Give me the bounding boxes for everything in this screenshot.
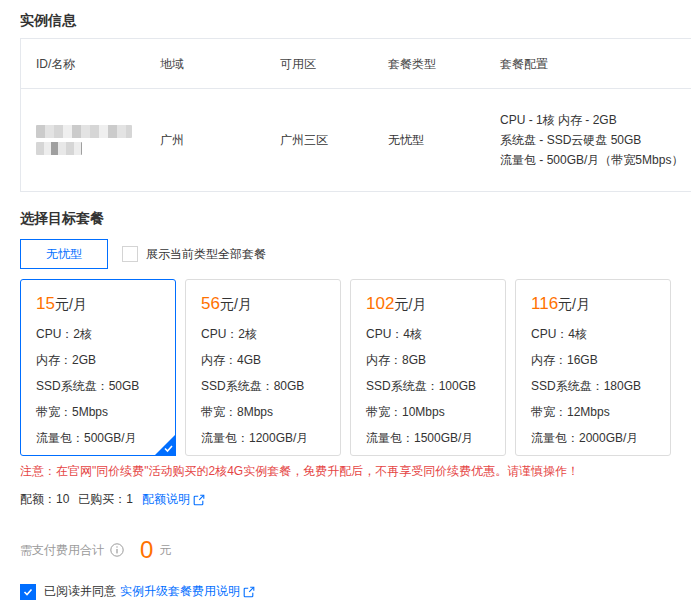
plan-price-unit: 元/月	[220, 296, 252, 312]
region-cell: 广州	[145, 130, 265, 150]
total-amount: 0	[140, 538, 153, 562]
package-config-cell: CPU - 1核 内存 - 2GB 系统盘 - SSD云硬盘 50GB 流量包 …	[485, 110, 691, 170]
plan-card-15[interactable]: 15元/月 CPU：2核 内存：2GB SSD系统盘：50GB 带宽：5Mbps…	[20, 279, 176, 456]
plan-spec-bandwidth: 带宽：10Mbps	[366, 399, 505, 425]
zone-cell: 广州三区	[265, 130, 373, 150]
plan-spec-memory: 内存：2GB	[36, 347, 175, 373]
package-filter-row: 无忧型 展示当前类型全部套餐	[20, 239, 691, 269]
config-line: CPU - 1核 内存 - 2GB	[500, 110, 691, 130]
col-header-zone: 可用区	[265, 54, 373, 74]
show-all-checkbox[interactable]	[122, 246, 138, 262]
plan-price-number: 102	[366, 294, 394, 313]
instance-upgrade-panel: 实例信息 ID/名称 地域 可用区 套餐类型 套餐配置 广州 广州三区 无忧型 …	[0, 12, 691, 600]
col-header-region: 地域	[145, 54, 265, 74]
table-row: 广州 广州三区 无忧型 CPU - 1核 内存 - 2GB 系统盘 - SSD云…	[21, 89, 691, 191]
agreement-checkbox[interactable]	[20, 584, 36, 600]
plan-spec-disk: SSD系统盘：100GB	[366, 373, 505, 399]
plan-cards: 15元/月 CPU：2核 内存：2GB SSD系统盘：50GB 带宽：5Mbps…	[20, 279, 691, 456]
redacted-instance-id	[36, 125, 132, 138]
instance-table: ID/名称 地域 可用区 套餐类型 套餐配置 广州 广州三区 无忧型 CPU -…	[20, 38, 691, 192]
plan-price: 102元/月	[366, 294, 505, 314]
instance-info-title: 实例信息	[20, 12, 691, 30]
plan-price: 56元/月	[201, 294, 340, 314]
plan-price: 15元/月	[36, 294, 175, 314]
col-header-package-type: 套餐类型	[373, 54, 485, 74]
plan-spec-memory: 内存：4GB	[201, 347, 340, 373]
col-header-id-name: ID/名称	[21, 54, 145, 74]
target-package-title: 选择目标套餐	[20, 210, 691, 228]
col-header-package-config: 套餐配置	[485, 54, 691, 74]
check-icon	[23, 587, 33, 597]
total-fee-row: 需支付费用合计 0 元	[20, 538, 691, 562]
plan-price-number: 56	[201, 294, 220, 313]
total-fee-label: 需支付费用合计	[20, 542, 104, 559]
package-type-tab[interactable]: 无忧型	[20, 239, 108, 269]
instance-id-cell	[21, 125, 145, 155]
plan-price-number: 116	[531, 294, 558, 313]
plan-spec-memory: 内存：16GB	[531, 347, 670, 373]
plan-price-unit: 元/月	[55, 296, 87, 312]
plan-spec-cpu: CPU：2核	[201, 321, 340, 347]
plan-spec-cpu: CPU：2核	[36, 321, 175, 347]
plan-spec-cpu: CPU：4核	[531, 321, 670, 347]
external-link-icon[interactable]	[193, 494, 205, 506]
quota-help-link[interactable]: 配额说明	[142, 491, 190, 508]
plan-spec-disk: SSD系统盘：50GB	[36, 373, 175, 399]
plan-price-unit: 元/月	[558, 296, 590, 312]
selected-check-icon	[164, 444, 173, 453]
redacted-instance-name	[36, 142, 82, 155]
plan-price: 116元/月	[531, 294, 670, 314]
plan-price-number: 15	[36, 294, 55, 313]
plan-spec-disk: SSD系统盘：180GB	[531, 373, 670, 399]
config-line: 流量包 - 500GB/月（带宽5Mbps）	[500, 150, 691, 170]
external-link-icon[interactable]	[243, 586, 255, 598]
plan-spec-bandwidth: 带宽：5Mbps	[36, 399, 175, 425]
agreement-text[interactable]: 已阅读并同意	[44, 583, 116, 600]
package-type-cell: 无忧型	[373, 130, 485, 150]
plan-spec-cpu: CPU：4核	[366, 321, 505, 347]
quota-value: 配额：10	[20, 491, 69, 508]
plan-card-56[interactable]: 56元/月 CPU：2核 内存：4GB SSD系统盘：80GB 带宽：8Mbps…	[185, 279, 341, 456]
instance-table-header: ID/名称 地域 可用区 套餐类型 套餐配置	[21, 39, 691, 89]
purchased-value: 已购买：1	[78, 491, 133, 508]
renewal-warning: 注意：在官网"同价续费"活动购买的2核4G实例套餐，免费升配后，不再享受同价续费…	[20, 463, 691, 480]
plan-card-116[interactable]: 116元/月 CPU：4核 内存：16GB SSD系统盘：180GB 带宽：12…	[515, 279, 671, 456]
plan-spec-disk: SSD系统盘：80GB	[201, 373, 340, 399]
plan-price-unit: 元/月	[394, 296, 426, 312]
agreement-row: 已阅读并同意 实例升级套餐费用说明	[20, 583, 691, 600]
currency-unit: 元	[159, 542, 171, 559]
plan-spec-bandwidth: 带宽：8Mbps	[201, 399, 340, 425]
agreement-link[interactable]: 实例升级套餐费用说明	[120, 583, 240, 600]
plan-spec-bandwidth: 带宽：12Mbps	[531, 399, 670, 425]
plan-card-102[interactable]: 102元/月 CPU：4核 内存：8GB SSD系统盘：100GB 带宽：10M…	[350, 279, 506, 456]
plan-spec-traffic: 流量包：1500GB/月	[366, 425, 505, 451]
info-icon[interactable]	[110, 543, 124, 557]
plan-spec-traffic: 流量包：2000GB/月	[531, 425, 670, 451]
plan-spec-traffic: 流量包：1200GB/月	[201, 425, 340, 451]
plan-spec-memory: 内存：8GB	[366, 347, 505, 373]
quota-row: 配额：10 已购买：1 配额说明	[20, 491, 691, 508]
show-all-checkbox-label[interactable]: 展示当前类型全部套餐	[146, 246, 266, 263]
config-line: 系统盘 - SSD云硬盘 50GB	[500, 130, 691, 150]
